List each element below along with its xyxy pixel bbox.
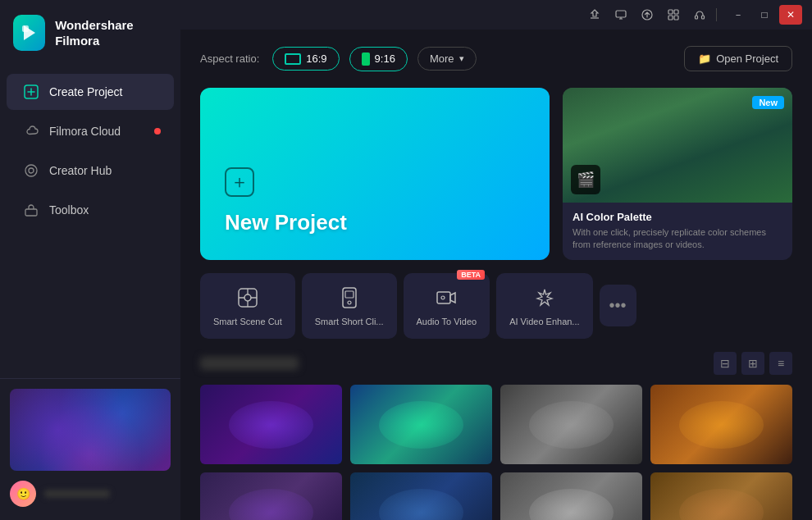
headset-icon[interactable] xyxy=(690,5,709,25)
aspect-9-16-button[interactable]: 9:16 xyxy=(349,47,408,71)
ai-color-thumbnail: New 🎬 xyxy=(563,88,792,203)
creator-hub-icon xyxy=(23,162,39,179)
main-content: － □ ✕ Aspect ratio: 16:9 9:16 More ▾ 📁 O xyxy=(180,0,812,520)
audio-to-video-button[interactable]: BETA Audio To Video xyxy=(404,273,490,339)
sidebar-thumbnail[interactable] xyxy=(10,389,171,471)
app-logo-icon xyxy=(13,15,45,51)
ai-color-title: AI Color Palette xyxy=(573,211,782,223)
ai-video-enhance-icon xyxy=(531,285,558,311)
beta-badge: BETA xyxy=(457,270,485,280)
ai-color-palette-card[interactable]: New 🎬 AI Color Palette With one click, p… xyxy=(563,88,792,260)
svg-rect-11 xyxy=(696,16,698,19)
folder-icon: 📁 xyxy=(698,52,711,65)
ai-video-enhance-button[interactable]: AI Video Enhan... xyxy=(496,273,592,339)
sidebar-item-toolbox[interactable]: Toolbox xyxy=(7,192,174,228)
aspect-16-9-icon xyxy=(285,53,301,65)
expand-button[interactable]: ≡ xyxy=(769,352,792,375)
share-icon[interactable] xyxy=(585,5,604,25)
new-project-card[interactable]: ＋ New Project xyxy=(200,88,550,260)
minimize-button[interactable]: － xyxy=(727,5,750,25)
svg-rect-18 xyxy=(437,292,450,303)
aspect-16-9-label: 16:9 xyxy=(306,52,326,65)
svg-rect-7 xyxy=(668,10,673,14)
smart-scene-cut-icon xyxy=(235,285,261,311)
sidebar-item-create-project[interactable]: Create Project xyxy=(7,74,174,110)
view-grid-button[interactable]: ⊞ xyxy=(741,352,764,375)
ai-color-info: AI Color Palette With one click, precise… xyxy=(563,203,792,260)
open-project-button[interactable]: 📁 Open Project xyxy=(684,46,792,71)
toolbox-icon xyxy=(23,202,39,218)
view-list-button[interactable]: ⊟ xyxy=(714,352,737,375)
aspect-16-9-button[interactable]: 16:9 xyxy=(272,47,339,71)
maximize-button[interactable]: □ xyxy=(753,5,776,25)
sidebar-item-toolbox-label: Toolbox xyxy=(49,203,89,217)
svg-point-3 xyxy=(29,168,34,173)
svg-point-19 xyxy=(441,296,445,299)
aspect-9-16-label: 9:16 xyxy=(375,52,395,65)
sidebar-item-filmora-cloud-label: Filmora Cloud xyxy=(49,125,121,138)
sidebar-bottom: 🙂 xyxy=(0,378,180,520)
media-thumb-6[interactable] xyxy=(350,472,492,520)
grid-icon[interactable] xyxy=(664,5,683,25)
more-aspect-label: More xyxy=(430,52,454,65)
media-thumb-8[interactable] xyxy=(650,472,792,520)
upload-icon[interactable] xyxy=(637,5,657,25)
svg-rect-4 xyxy=(25,209,37,216)
svg-rect-8 xyxy=(674,10,678,14)
media-thumb-4[interactable] xyxy=(650,385,792,464)
smart-short-clip-button[interactable]: Smart Short Cli... xyxy=(302,273,397,339)
svg-rect-5 xyxy=(616,11,626,17)
section-controls: ⊟ ⊞ ≡ xyxy=(714,352,792,375)
sidebar-item-creator-hub-label: Creator Hub xyxy=(49,164,112,177)
new-badge: New xyxy=(752,96,784,109)
svg-point-14 xyxy=(244,294,251,301)
media-thumb-7[interactable] xyxy=(500,472,642,520)
content-area: Aspect ratio: 16:9 9:16 More ▾ 📁 Open Pr… xyxy=(180,30,812,520)
media-thumb-1[interactable] xyxy=(200,385,342,464)
app-logo-text: Wondershare Filmora xyxy=(55,17,167,49)
chevron-down-icon: ▾ xyxy=(459,53,464,64)
logo-area: Wondershare Filmora xyxy=(0,0,180,66)
sidebar-user[interactable]: 🙂 xyxy=(10,477,171,510)
aspect-9-16-icon xyxy=(362,52,370,66)
ai-video-enhance-label: AI Video Enhan... xyxy=(509,316,579,327)
media-grid xyxy=(200,385,792,464)
more-ai-tools-button[interactable]: ••• xyxy=(600,285,636,326)
ai-tools-row: Smart Scene Cut Smart Short Cli... BETA xyxy=(200,273,792,339)
media-thumb-2[interactable] xyxy=(350,385,492,464)
svg-rect-0 xyxy=(22,25,29,32)
hero-section: ＋ New Project New 🎬 AI Color Palette Wit… xyxy=(200,88,792,260)
title-bar: － □ ✕ xyxy=(180,0,812,30)
sidebar-item-create-project-label: Create Project xyxy=(49,85,122,98)
aspect-bar: Aspect ratio: 16:9 9:16 More ▾ 📁 Open Pr… xyxy=(200,46,792,71)
sidebar-item-creator-hub[interactable]: Creator Hub xyxy=(7,153,174,189)
media-thumb-5[interactable] xyxy=(200,472,342,520)
audio-to-video-label: Audio To Video xyxy=(417,316,477,327)
create-project-icon xyxy=(23,84,39,100)
svg-point-17 xyxy=(348,301,351,304)
sidebar-item-filmora-cloud[interactable]: Filmora Cloud xyxy=(7,113,174,149)
open-project-label: Open Project xyxy=(716,52,778,65)
screen-icon[interactable] xyxy=(611,5,631,25)
nav-items: Create Project Filmora Cloud Creator Hub xyxy=(0,66,180,378)
svg-rect-12 xyxy=(702,16,705,19)
media-section-title xyxy=(200,357,299,370)
svg-point-2 xyxy=(25,165,37,176)
sidebar-thumbnail-image xyxy=(10,389,171,471)
svg-rect-9 xyxy=(668,16,673,20)
smart-short-clip-label: Smart Short Cli... xyxy=(315,316,384,327)
svg-rect-10 xyxy=(674,16,678,20)
sidebar: Wondershare Filmora Create Project Filmo… xyxy=(0,0,180,520)
close-button[interactable]: ✕ xyxy=(779,5,802,25)
smart-short-clip-icon xyxy=(336,285,363,311)
film-icon: 🎬 xyxy=(571,165,600,194)
media-section-header: ⊟ ⊞ ≡ xyxy=(200,352,792,375)
more-aspect-button[interactable]: More ▾ xyxy=(417,47,477,71)
smart-scene-cut-button[interactable]: Smart Scene Cut xyxy=(200,273,295,339)
user-name-blur xyxy=(44,490,110,498)
title-bar-separator xyxy=(716,8,717,21)
media-thumb-3[interactable] xyxy=(500,385,642,464)
more-tools-dots: ••• xyxy=(609,296,627,315)
avatar: 🙂 xyxy=(10,481,36,507)
ai-color-description: With one click, precisely replicate colo… xyxy=(573,226,782,252)
